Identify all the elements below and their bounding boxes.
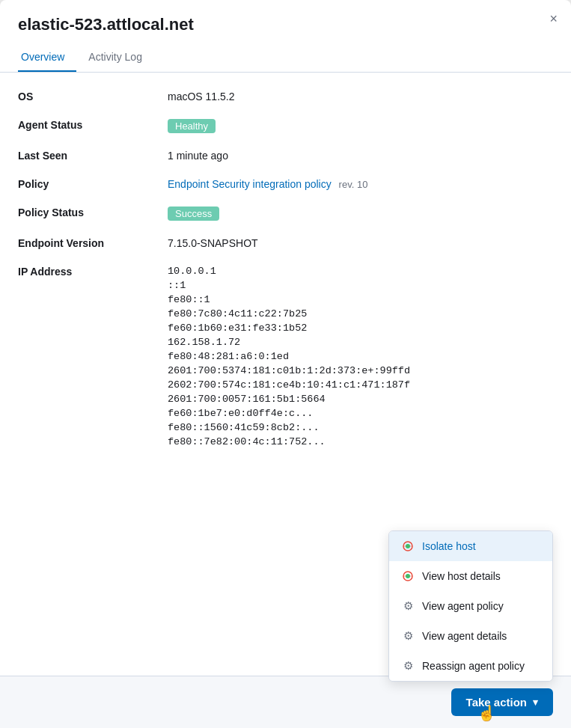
label-policy: Policy: [18, 178, 168, 190]
badge-success: Success: [168, 207, 219, 221]
value-policy: Endpoint Security integration policy rev…: [168, 178, 553, 190]
policy-rev: rev. 10: [339, 179, 368, 190]
dropdown-item-view-agent-policy[interactable]: ⚙ View agent policy: [389, 591, 552, 621]
dropdown-item-view-agent-details[interactable]: ⚙ View agent details: [389, 621, 552, 651]
value-policy-status: Success: [168, 207, 553, 221]
label-last-seen: Last Seen: [18, 150, 168, 162]
dropdown-item-label: Isolate host: [422, 540, 476, 552]
ip-item: 2601:700:0057:161:5b1:5664: [168, 394, 553, 405]
dropdown-item-label: View agent policy: [422, 600, 504, 612]
value-agent-status: Healthy: [168, 119, 553, 133]
ip-item: 2601:700:5374:181:c01b:1:2d:373:e+:99ffd: [168, 365, 553, 376]
label-os: OS: [18, 91, 168, 103]
ip-item: fe80::7e82:00:4c:11:752...: [168, 436, 553, 447]
dropdown-item-reassign-agent-policy[interactable]: ⚙ Reassign agent policy: [389, 651, 552, 681]
ip-item: fe60:1be7:e0:d0ff4e:c...: [168, 408, 553, 419]
tab-bar: Overview Activity Log: [18, 45, 553, 72]
label-ip-address: IP Address: [18, 266, 168, 278]
dropdown-item-isolate-host[interactable]: Isolate host: [389, 531, 552, 561]
dropdown-item-label: Reassign agent policy: [422, 660, 525, 672]
field-policy: Policy Endpoint Security integration pol…: [18, 178, 553, 190]
badge-healthy: Healthy: [168, 119, 216, 133]
close-button[interactable]: ×: [549, 12, 558, 25]
ip-list: 10.0.0.1 ::1 fe80::1 fe80:7c80:4c11:c22:…: [168, 266, 553, 447]
tab-activity-log[interactable]: Activity Log: [85, 45, 154, 72]
policy-link[interactable]: Endpoint Security integration policy: [168, 178, 332, 190]
ip-item: ::1: [168, 280, 553, 291]
label-policy-status: Policy Status: [18, 207, 168, 218]
ip-item: fe60:1b60:e31:fe33:1b52: [168, 322, 553, 334]
value-last-seen: 1 minute ago: [168, 150, 553, 162]
field-endpoint-version: Endpoint Version 7.15.0-SNAPSHOT: [18, 237, 553, 249]
ip-item: 10.0.0.1: [168, 266, 553, 277]
dropdown-menu: Isolate host View host details ⚙ View ag…: [388, 530, 553, 682]
gear-icon-3: ⚙: [401, 659, 415, 673]
gear-icon-2: ⚙: [401, 629, 415, 643]
gear-icon-1: ⚙: [401, 599, 415, 613]
ip-item: 162.158.1.72: [168, 337, 553, 348]
ip-item: 2602:700:574c:181:ce4b:10:41:c1:471:187f: [168, 379, 553, 391]
field-last-seen: Last Seen 1 minute ago: [18, 150, 553, 162]
ip-item: fe80:7c80:4c11:c22:7b25: [168, 308, 553, 319]
ip-item: fe80::1: [168, 294, 553, 305]
value-endpoint-version: 7.15.0-SNAPSHOT: [168, 237, 553, 249]
dropdown-item-view-host-details[interactable]: View host details: [389, 561, 552, 591]
dropdown-item-label: View agent details: [422, 630, 507, 642]
modal-footer: Isolate host View host details ⚙ View ag…: [0, 676, 571, 728]
take-action-button[interactable]: Take action ▾: [451, 688, 553, 716]
label-agent-status: Agent Status: [18, 119, 168, 131]
modal-header: elastic-523.attlocal.net × Overview Acti…: [0, 0, 571, 73]
label-endpoint-version: Endpoint Version: [18, 237, 168, 249]
value-ip-address: 10.0.0.1 ::1 fe80::1 fe80:7c80:4c11:c22:…: [168, 266, 553, 447]
field-policy-status: Policy Status Success: [18, 207, 553, 221]
host-details-icon: [401, 569, 415, 583]
modal-container: elastic-523.attlocal.net × Overview Acti…: [0, 0, 571, 728]
ip-item: fe80::1560:41c59:8cb2:...: [168, 422, 553, 433]
take-action-label: Take action: [466, 696, 527, 709]
ip-item: fe80:48:281:a6:0:1ed: [168, 351, 553, 362]
chevron-down-icon: ▾: [533, 697, 538, 708]
modal-title: elastic-523.attlocal.net: [18, 15, 553, 34]
field-ip-address: IP Address 10.0.0.1 ::1 fe80::1 fe80:7c8…: [18, 266, 553, 447]
dropdown-item-label: View host details: [422, 570, 501, 582]
field-agent-status: Agent Status Healthy: [18, 119, 553, 133]
tab-overview[interactable]: Overview: [18, 45, 76, 72]
field-os: OS macOS 11.5.2: [18, 91, 553, 103]
isolate-icon: [401, 539, 415, 553]
value-os: macOS 11.5.2: [168, 91, 553, 103]
